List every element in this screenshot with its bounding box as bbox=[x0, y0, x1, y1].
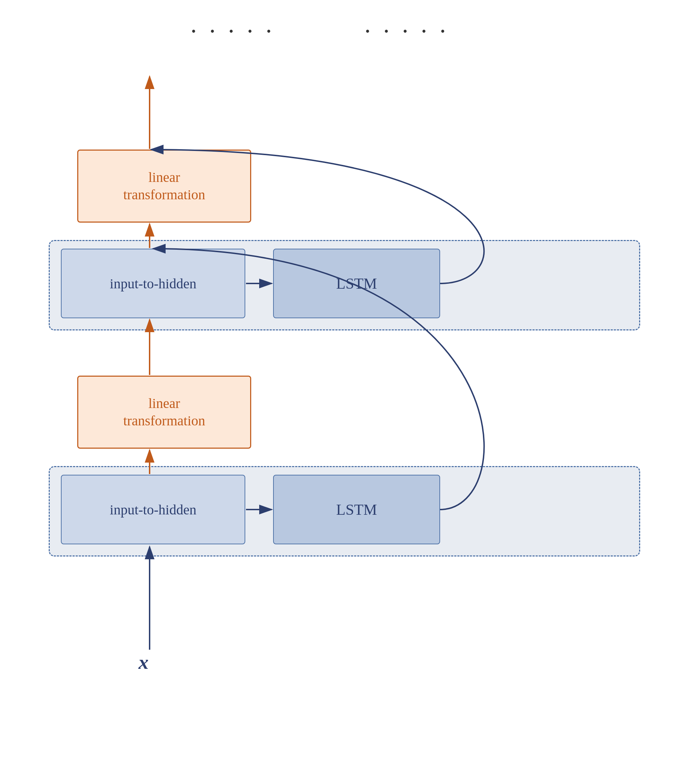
top-input-to-hidden-label: input-to-hidden bbox=[110, 275, 196, 292]
top-lstm-box: LSTM bbox=[273, 249, 440, 318]
top-linear-transform-label: linear transformation bbox=[123, 169, 205, 203]
bottom-linear-transform-label: linear transformation bbox=[123, 395, 205, 430]
dots-right: · · · · · bbox=[365, 21, 450, 42]
bottom-lstm-label: LSTM bbox=[336, 501, 377, 519]
top-input-to-hidden-box: input-to-hidden bbox=[61, 249, 245, 318]
bottom-input-to-hidden-box: input-to-hidden bbox=[61, 475, 245, 544]
dots-left: · · · · · bbox=[191, 21, 276, 42]
top-linear-transform-box: linear transformation bbox=[77, 150, 251, 223]
x-symbol: x bbox=[138, 651, 148, 673]
x-label: x bbox=[138, 650, 148, 674]
diagram-container: · · · · · · · · · · linear transformatio… bbox=[0, 0, 700, 769]
top-lstm-label: LSTM bbox=[336, 275, 377, 293]
bottom-lstm-box: LSTM bbox=[273, 475, 440, 544]
bottom-linear-transform-box: linear transformation bbox=[77, 376, 251, 449]
bottom-input-to-hidden-label: input-to-hidden bbox=[110, 502, 196, 518]
